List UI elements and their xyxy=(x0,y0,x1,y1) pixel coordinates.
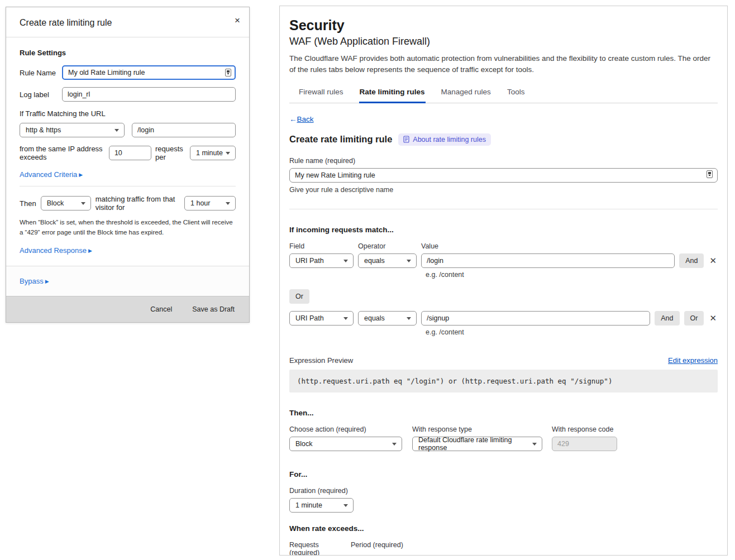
back-link[interactable]: ←Back xyxy=(289,115,314,123)
action-select[interactable]: Block xyxy=(41,196,91,210)
value-hint: e.g. /content xyxy=(426,271,718,279)
advanced-criteria-link[interactable]: Advanced Criteria▶ xyxy=(20,170,83,179)
caret-down-icon xyxy=(343,260,348,262)
page-subtitle: WAF (Web Application Firewall) xyxy=(289,36,718,47)
document-icon xyxy=(403,136,409,143)
arrow-right-icon: ▶ xyxy=(79,172,83,178)
caret-down-icon xyxy=(114,129,119,132)
value-input[interactable] xyxy=(421,253,675,268)
and-button[interactable]: And xyxy=(679,253,704,268)
tab-managed-rules[interactable]: Managed rules xyxy=(441,84,491,103)
or-button[interactable]: Or xyxy=(684,311,704,326)
value-hint: e.g. /content xyxy=(426,328,718,336)
response-type-label: With response type xyxy=(412,425,552,433)
condition-labels-row: Field Operator Value xyxy=(289,242,718,250)
response-type-select[interactable]: Default Cloudflare rate limiting respons… xyxy=(412,437,542,451)
log-label-input[interactable] xyxy=(62,87,236,102)
url-input[interactable] xyxy=(132,123,236,137)
create-rule-heading: Create rate limiting rule xyxy=(289,134,392,145)
rule-name-field-wrap xyxy=(62,65,236,80)
caret-down-icon xyxy=(407,260,411,262)
log-label-label: Log label xyxy=(20,90,62,99)
about-rate-limiting-badge[interactable]: About rate limiting rules xyxy=(398,133,491,146)
then-label: Then xyxy=(20,199,36,208)
rule-name-label: Rule Name xyxy=(20,69,62,77)
divider xyxy=(20,186,236,186)
page-description: The Cloudflare WAF provides both automat… xyxy=(289,53,718,76)
action-column: Choose action (required) Block xyxy=(289,425,412,451)
field-select[interactable]: URI Path xyxy=(289,253,354,268)
dialog-body: Rule Settings Rule Name Log label If Tra… xyxy=(6,37,249,266)
caret-down-icon xyxy=(226,202,230,205)
requests-label: Requests (required) xyxy=(289,541,351,556)
period-select[interactable]: 1 minute xyxy=(190,146,236,160)
left-arrow-icon: ← xyxy=(289,115,297,123)
block-note: When “Block” is set, when the threshold … xyxy=(20,218,236,238)
tab-firewall-rules[interactable]: Firewall rules xyxy=(298,84,344,103)
bypass-link[interactable]: Bypass▶ xyxy=(20,277,49,285)
rule-name-label: Rule name (required) xyxy=(289,157,718,165)
choose-action-label: Choose action (required) xyxy=(289,425,412,433)
and-button[interactable]: And xyxy=(655,311,679,326)
edit-expression-link[interactable]: Edit expression xyxy=(668,356,718,365)
for-section-heading: For... xyxy=(289,470,718,478)
response-type-column: With response type Default Cloudflare ra… xyxy=(412,425,552,451)
dialog-footer: Cancel Save as Draft xyxy=(6,296,249,322)
exceeds-prefix-label: from the same IP address exceeds xyxy=(20,145,105,161)
bypass-section: Bypass▶ xyxy=(6,266,249,296)
value-input[interactable] xyxy=(421,311,650,326)
expression-code: (http.request.uri.path eq "/login") or (… xyxy=(289,370,718,393)
rule-name-field-wrap xyxy=(289,170,718,179)
requests-per-label: requests per xyxy=(155,145,186,161)
form-title-row: Create rate limiting rule About rate lim… xyxy=(289,133,718,146)
condition-row: URI Path equals And ✕ xyxy=(289,253,718,268)
waf-tabs: Firewall rules Rate limiting rules Manag… xyxy=(289,84,718,103)
remove-icon[interactable]: ✕ xyxy=(708,313,718,323)
tab-rate-limiting-rules[interactable]: Rate limiting rules xyxy=(359,84,426,103)
field-select[interactable]: URI Path xyxy=(289,311,354,326)
rate-labels-row: Requests (required) Period (required) xyxy=(289,541,718,556)
operator-select[interactable]: equals xyxy=(358,311,417,326)
dialog-title: Create rate limiting rule xyxy=(20,18,237,28)
rule-name-input[interactable] xyxy=(289,168,718,183)
matching-traffic-label: matching traffic from that visitor for xyxy=(96,195,180,212)
autofill-icon xyxy=(707,170,713,178)
caret-down-icon xyxy=(392,443,397,446)
operator-label: Operator xyxy=(358,242,421,250)
remove-icon[interactable]: ✕ xyxy=(708,256,718,266)
advanced-response-link[interactable]: Advanced Response▶ xyxy=(20,246,92,255)
caret-down-icon xyxy=(226,152,230,155)
rule-settings-heading: Rule Settings xyxy=(20,49,236,57)
condition-row: URI Path equals And Or ✕ xyxy=(289,311,718,326)
duration-label: Duration (required) xyxy=(289,487,718,495)
operator-select[interactable]: equals xyxy=(358,253,417,268)
action-select[interactable]: Block xyxy=(289,437,402,451)
expression-preview-label: Expression Preview xyxy=(289,356,353,365)
rule-name-block: Rule name (required) Give your rule a de… xyxy=(289,157,718,194)
rule-name-input[interactable] xyxy=(62,65,236,80)
period-label: Period (required) xyxy=(351,541,403,556)
cancel-button[interactable]: Cancel xyxy=(150,305,172,313)
threshold-row: from the same IP address exceeds request… xyxy=(20,145,236,161)
log-label-row: Log label xyxy=(20,87,236,102)
requests-input[interactable] xyxy=(109,146,151,160)
save-as-draft-button[interactable]: Save as Draft xyxy=(192,305,235,313)
legacy-rate-limit-dialog: Create rate limiting rule × Rule Setting… xyxy=(6,7,250,323)
field-label: Field xyxy=(289,242,358,250)
or-connector-button[interactable]: Or xyxy=(289,289,309,304)
duration-select[interactable]: 1 minute xyxy=(289,498,354,513)
arrow-right-icon: ▶ xyxy=(45,279,49,284)
caret-down-icon xyxy=(81,202,85,205)
caret-down-icon xyxy=(343,504,348,507)
block-duration-select[interactable]: 1 hour xyxy=(184,196,236,210)
security-waf-page: Security WAF (Web Application Firewall) … xyxy=(279,6,728,556)
match-section-heading: If incoming requests match... xyxy=(289,226,718,234)
scheme-select[interactable]: http & https xyxy=(20,123,125,137)
tab-tools[interactable]: Tools xyxy=(507,84,526,103)
caret-down-icon xyxy=(532,443,537,446)
expression-header: Expression Preview Edit expression xyxy=(289,356,718,365)
then-section-heading: Then... xyxy=(289,409,718,417)
close-icon[interactable]: × xyxy=(235,15,240,26)
caret-down-icon xyxy=(407,317,411,320)
arrow-right-icon: ▶ xyxy=(88,248,92,253)
